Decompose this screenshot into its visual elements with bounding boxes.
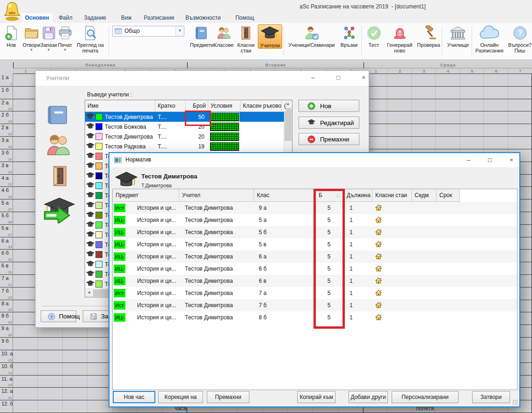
timetable-cell[interactable] <box>13 312 38 324</box>
timetable-cell[interactable] <box>13 162 38 174</box>
lesson-row[interactable]: ИЦ-История и ци...Тестов Димитрова6 б51 <box>113 263 517 275</box>
ribbon-button-check-seal[interactable]: Тест <box>364 24 384 48</box>
remove-teacher-button[interactable]: Премахни <box>299 133 359 145</box>
norm-button-6[interactable]: Персонализирани полета <box>392 391 459 403</box>
timetable-cell[interactable] <box>13 338 38 350</box>
timetable-cell[interactable] <box>412 74 436 86</box>
ribbon-tab-6[interactable]: Възможности <box>182 13 224 23</box>
timetable-cell[interactable] <box>484 124 508 136</box>
maximize-button[interactable]: □ <box>482 155 498 165</box>
timetable-cell[interactable] <box>13 137 38 149</box>
ribbon-tab-2[interactable]: Файл <box>55 13 76 23</box>
classrooms-door-icon[interactable] <box>50 164 70 191</box>
teachers-column-header[interactable]: Класен ръково... <box>240 100 282 112</box>
edit-teacher-button[interactable]: Редактирай <box>299 117 359 129</box>
ribbon-tab-4[interactable]: Виж <box>116 13 137 23</box>
ribbon-button-siren[interactable]: Генерирай ново <box>384 24 415 53</box>
timetable-cell[interactable] <box>38 350 63 362</box>
ribbon-button-molecule[interactable]: Връзки <box>338 24 360 48</box>
timetable-cell[interactable] <box>38 376 63 388</box>
ribbon-button-new-document[interactable]: Нов <box>2 24 21 48</box>
timetable-cell[interactable] <box>63 338 87 350</box>
timetable-cell[interactable] <box>460 99 484 111</box>
scroll-left-icon[interactable]: ◄ <box>85 289 93 296</box>
timetable-cell[interactable] <box>387 111 411 124</box>
lessons-column-header[interactable]: Предмет <box>113 189 179 202</box>
timetable-cell[interactable] <box>13 275 38 287</box>
ribbon-button-students[interactable]: Класове <box>212 24 235 48</box>
teachers-column-header[interactable]: Условия <box>208 100 240 112</box>
timetable-cell[interactable] <box>13 288 38 300</box>
new-teacher-button[interactable]: Нов <box>299 100 359 112</box>
timetable-cell[interactable] <box>13 87 38 99</box>
timetable-cell[interactable] <box>13 199 38 212</box>
lessons-column-header[interactable]: Клас <box>254 189 316 202</box>
teachers-column-header[interactable]: Брой <box>186 100 208 112</box>
timetable-cell[interactable] <box>460 137 484 149</box>
teacher-row[interactable]: Тестов БожковаТ....20 <box>85 122 284 132</box>
timetable-cell[interactable] <box>13 262 38 274</box>
timetable-cell[interactable] <box>13 175 38 187</box>
timetable-cell[interactable] <box>412 124 436 136</box>
timetable-cell[interactable] <box>13 376 38 388</box>
norm-button-7[interactable]: Затвори <box>472 391 510 403</box>
ribbon-tab-3[interactable]: Задание <box>80 13 110 23</box>
timetable-cell[interactable] <box>63 388 87 400</box>
timetable-cell[interactable] <box>63 350 87 362</box>
norm-button-1[interactable]: Нов час <box>113 391 155 403</box>
ribbon-tab-7[interactable]: Помощ <box>231 13 258 23</box>
timetable-cell[interactable] <box>13 388 38 400</box>
lesson-row[interactable]: ИЦ-История и ци...Тестов Димитрова5 в51 <box>113 238 517 251</box>
minimize-button[interactable]: – <box>460 155 476 165</box>
ribbon-button-graduation-cap[interactable]: Учители <box>258 24 282 49</box>
ribbon-tab-1[interactable]: Основен <box>22 13 52 23</box>
close-button[interactable]: × <box>356 73 372 83</box>
timetable-cell[interactable] <box>436 99 459 111</box>
norm-dialog-titlebar[interactable]: Норматив – □ × <box>109 153 519 167</box>
lesson-row[interactable]: ИЦ-История и ци...Тестов Димитрова5 б51 <box>113 226 517 238</box>
timetable-cell[interactable] <box>508 99 532 111</box>
timetable-cell[interactable] <box>412 137 436 149</box>
timetable-cell[interactable] <box>508 111 532 124</box>
ribbon-button-book[interactable]: Предмети <box>190 24 212 48</box>
timetable-cell[interactable] <box>436 137 459 149</box>
subjects-book-icon[interactable] <box>47 104 70 125</box>
lessons-column-header[interactable]: Срок <box>437 189 460 202</box>
ribbon-button-door[interactable]: Класни стаи <box>235 24 257 53</box>
norm-button-4[interactable]: Копирай към <box>297 391 335 403</box>
timetable-cell[interactable] <box>38 388 63 400</box>
timetable-cell[interactable] <box>412 87 436 99</box>
timetable-cell[interactable] <box>508 87 532 99</box>
timetable-cell[interactable] <box>387 74 411 86</box>
scrollbar-thumb[interactable] <box>284 108 292 141</box>
norm-button-5[interactable]: Добави други <box>349 391 388 403</box>
lessons-column-header[interactable]: Дължина <box>344 189 372 202</box>
timetable-cell[interactable] <box>13 225 38 237</box>
ribbon-button-cloud[interactable]: Онлайн Разписания <box>474 24 504 53</box>
ribbon-tab-5[interactable]: Разписание <box>140 13 178 23</box>
timetable-cell[interactable] <box>412 111 436 124</box>
timetable-cell[interactable] <box>508 124 532 136</box>
timetable-cell[interactable] <box>63 376 87 388</box>
timetable-cell[interactable] <box>484 87 508 99</box>
timetable-cell[interactable] <box>484 99 508 111</box>
timetable-cell[interactable] <box>484 111 508 124</box>
help-button[interactable]: ? Помощ <box>41 310 76 322</box>
ribbon-button-printer[interactable]: Печат▼ <box>55 24 75 52</box>
lessons-column-header[interactable]: Учител <box>179 189 254 202</box>
lesson-row[interactable]: ИстИстория и ци...Тестов Димитрова7 б51 <box>113 299 517 311</box>
timetable-cell[interactable] <box>508 137 532 149</box>
timetable-cell[interactable] <box>387 124 411 136</box>
lesson-row[interactable]: ИстИстория и ци...Тестов Димитрова7 а51 <box>113 287 517 299</box>
timetable-cell[interactable] <box>484 74 508 86</box>
timetable-cell[interactable] <box>13 400 38 413</box>
close-button[interactable]: × <box>503 155 519 165</box>
timetable-cell[interactable] <box>13 350 38 362</box>
lessons-column-header[interactable]: Класни стаи <box>372 189 412 202</box>
timetable-cell[interactable] <box>13 212 38 224</box>
teacher-row[interactable]: Тестов ДимитроваТ....50 <box>85 112 284 122</box>
ribbon-button-building[interactable]: Училище <box>445 24 472 48</box>
timetable-cell[interactable] <box>13 149 38 162</box>
timetable-cell[interactable] <box>38 400 63 413</box>
timetable-cell[interactable] <box>38 338 63 350</box>
